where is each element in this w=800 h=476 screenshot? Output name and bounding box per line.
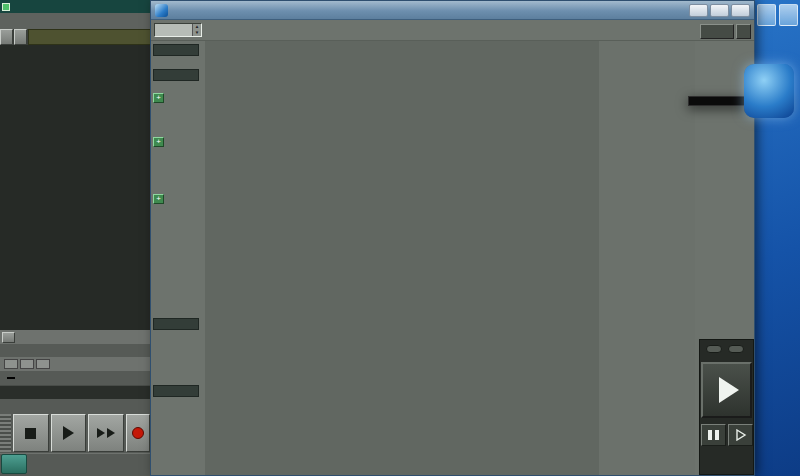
zoom-preset-button[interactable] [4,359,18,369]
maximize-button[interactable] [710,4,729,17]
forward-icon [97,428,105,438]
pause-button[interactable] [701,424,726,446]
daw-titlebar [0,0,152,13]
minimize-button[interactable] [689,4,708,17]
stop-icon [25,428,36,439]
record-icon [132,427,144,439]
forward-button[interactable] [88,414,124,452]
corner-button[interactable] [1,454,27,474]
mixer-row-labels: + + + [153,41,203,475]
pan-row-label [153,318,199,330]
next-button[interactable] [728,424,753,446]
position-row [0,371,152,385]
daw-main-window [0,0,152,476]
name-row-label [153,44,199,56]
toolbar-button[interactable] [14,29,27,45]
spinner-arrows-icon[interactable]: ▲▼ [192,24,201,36]
fader-row-label [153,385,199,397]
play-button[interactable] [701,362,752,418]
settings-button[interactable] [700,24,734,39]
samplitude-logo[interactable] [744,64,794,118]
stop-button[interactable] [13,414,49,452]
transport-bar [0,413,152,453]
playback-panel [699,339,754,475]
mini-control[interactable] [706,345,722,353]
play-icon [63,426,74,440]
screen: ▲▼ + + + [0,0,800,476]
add-plugin-button[interactable]: + [153,137,164,147]
zoom-row [0,357,152,371]
daw-menubar [0,13,152,29]
mixer-window: ▲▼ + + + [150,0,755,476]
status-bar [0,330,152,344]
add-eq-button[interactable]: + [153,194,164,204]
timeline-ruler[interactable] [28,29,152,45]
mixer-window-icon [155,4,168,17]
midi-bar[interactable] [0,385,152,399]
preset-button-row [0,344,152,357]
close-button[interactable] [731,4,750,17]
mixer-toolbar: ▲▼ [151,20,754,41]
track-number-row [0,399,152,413]
help-button[interactable] [736,24,751,39]
play-icon [719,377,739,403]
record-button[interactable] [126,414,150,452]
app-icon [2,3,10,11]
snapshot-selector[interactable]: ▲▼ [154,23,202,37]
channel-strips [205,41,599,475]
spacer [153,148,203,193]
pause-icon [708,430,712,440]
zoom-preset-button[interactable] [20,359,34,369]
drag-handle[interactable] [0,414,11,452]
track-list [0,45,152,330]
add-aux-button[interactable]: + [153,93,164,103]
pos-value [7,377,15,379]
taskbar-button[interactable] [757,4,776,26]
zoom-preset-button[interactable] [36,359,50,369]
spacer [153,104,203,136]
toolbar-button[interactable] [0,29,13,45]
gain-row-label [153,69,199,81]
ruler-buttons [0,29,27,45]
master-strip [599,41,695,475]
mini-control[interactable] [728,345,744,353]
status-button[interactable] [2,332,15,343]
taskbar-button[interactable] [779,4,798,26]
spacer [153,205,203,309]
spacer [153,339,203,384]
next-icon [735,429,747,441]
bottom-bar [0,453,152,476]
daw-play-button[interactable] [51,414,87,452]
forward-icon [107,428,115,438]
pause-icon [715,430,719,440]
mixer-titlebar[interactable] [151,1,754,20]
